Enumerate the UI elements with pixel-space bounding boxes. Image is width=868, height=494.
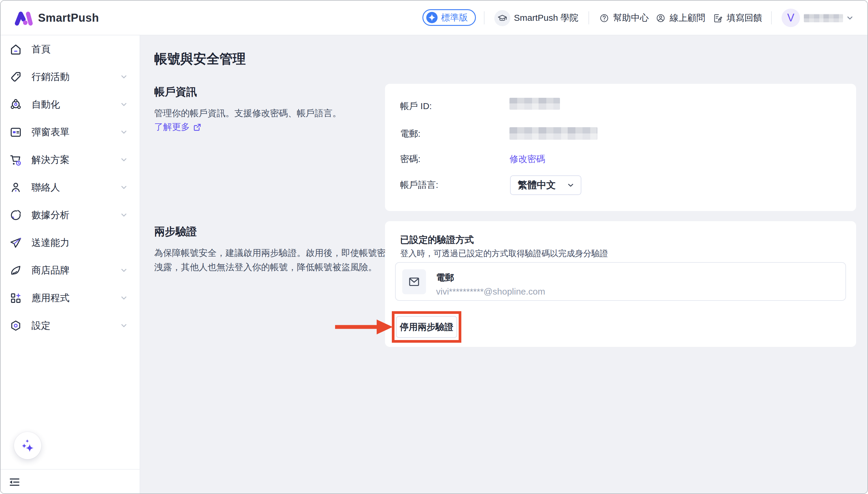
twofa-card-title: 已設定的驗證方式 — [400, 234, 474, 246]
sidebar-item-popup-forms[interactable]: 彈窗表單 — [1, 118, 140, 146]
brand-name: SmartPush — [38, 12, 99, 24]
sidebar-item-contacts[interactable]: 聯絡人 — [1, 174, 140, 201]
sidebar-footer — [1, 469, 140, 494]
plan-badge[interactable]: 標準版 — [422, 9, 476, 26]
header-nav-label: 線上顧問 — [670, 12, 705, 24]
method-name: 電郵 — [436, 272, 454, 284]
header-divider — [771, 11, 772, 24]
header-nav-feedback[interactable]: 填寫回饋 — [712, 1, 762, 35]
language-select-value: 繁體中文 — [518, 179, 556, 192]
header-nav-label: SmartPush 學院 — [514, 12, 578, 24]
sparkles-icon — [19, 437, 36, 454]
twofa-description-line2: 洩露，其他人也無法登入你的帳號，降低帳號被盜風險。 — [154, 262, 377, 272]
sidebar-item-label: 首頁 — [32, 43, 51, 56]
plan-badge-label: 標準版 — [441, 12, 468, 24]
sidebar-item-settings[interactable]: 設定 — [1, 312, 140, 339]
sidebar-item-label: 自動化 — [32, 98, 60, 111]
plan-star-icon — [426, 12, 438, 23]
email-label: 電郵: — [400, 128, 420, 140]
header-nav-label: 填寫回饋 — [727, 12, 762, 24]
ai-assistant-button[interactable] — [14, 432, 41, 459]
header-divider — [484, 11, 485, 24]
header-nav-academy[interactable]: SmartPush 學院 — [494, 1, 578, 35]
sidebar-item-analytics[interactable]: 數據分析 — [1, 201, 140, 229]
graduation-cap-icon — [494, 10, 510, 26]
sidebar: 首頁行銷活動自動化彈窗表單解決方案聯絡人數據分析送達能力商店品牌應用程式設定 — [1, 35, 140, 494]
method-masked-email: vivi**********@shopline.com — [436, 287, 545, 297]
tag-icon — [9, 70, 23, 84]
sidebar-item-apps[interactable]: 應用程式 — [1, 284, 140, 312]
email-redacted — [510, 127, 597, 140]
username-redacted — [804, 14, 843, 22]
app-window: SmartPush 標準版 SmartPush 學院幫助中心線上顧問填寫回饋 V… — [0, 0, 868, 494]
chevron-down-icon — [119, 155, 128, 164]
sidebar-item-label: 送達能力 — [32, 236, 70, 249]
sidebar-item-label: 設定 — [32, 319, 51, 332]
sidebar-item-home[interactable]: 首頁 — [1, 35, 140, 63]
question-icon — [599, 13, 610, 23]
learn-more-link[interactable]: 了解更多 — [154, 121, 202, 133]
account-id-redacted — [510, 98, 560, 110]
annotation-highlight-box — [392, 311, 461, 343]
sidebar-item-label: 行銷活動 — [32, 71, 70, 83]
sidebar-item-solutions[interactable]: 解決方案 — [1, 146, 140, 174]
brand-logo[interactable]: SmartPush — [14, 1, 99, 35]
smartpush-logo-icon — [14, 10, 34, 26]
sidebar-item-automation[interactable]: 自動化 — [1, 91, 140, 118]
sidebar-item-campaigns[interactable]: 行銷活動 — [1, 63, 140, 91]
twofa-section-title: 兩步驗證 — [154, 224, 197, 239]
settings-icon — [9, 319, 23, 332]
sidebar-item-store-brand[interactable]: 商店品牌 — [1, 256, 140, 284]
sidebar-item-label: 聯絡人 — [32, 181, 60, 194]
chevron-down-icon — [119, 73, 128, 81]
sidebar-item-label: 商店品牌 — [32, 264, 70, 277]
cart-clock-icon — [9, 153, 23, 167]
account-info-card: 帳戶 ID: 電郵: 密碼: 修改密碼 帳戶語言: 繁體中文 — [385, 84, 856, 211]
brush-icon — [9, 264, 23, 277]
collapse-sidebar-icon[interactable] — [8, 475, 21, 489]
sidebar-item-label: 彈窗表單 — [32, 126, 70, 139]
pie-chart-icon — [9, 208, 23, 222]
avatar[interactable]: V — [782, 8, 800, 27]
chevron-down-icon — [119, 321, 128, 330]
advisor-icon — [655, 13, 666, 23]
sidebar-item-label: 應用程式 — [32, 291, 70, 305]
password-label: 密碼: — [400, 153, 420, 165]
account-id-label: 帳戶 ID: — [400, 100, 432, 112]
contact-icon — [9, 181, 23, 194]
sidebar-item-deliverability[interactable]: 送達能力 — [1, 229, 140, 256]
chevron-down-icon — [119, 100, 128, 109]
sidebar-item-label: 數據分析 — [32, 209, 70, 222]
feedback-icon — [712, 13, 723, 23]
learn-more-label: 了解更多 — [154, 121, 190, 133]
account-info-description: 管理你的帳戶資訊。支援修改密碼、帳戶語言。 — [154, 106, 341, 120]
change-password-link[interactable]: 修改密碼 — [510, 153, 545, 165]
apps-icon — [9, 291, 23, 305]
account-info-section-title: 帳戶資訊 — [154, 85, 197, 99]
email-method-icon-box — [402, 269, 426, 294]
verification-method-row: 電郵 vivi**********@shopline.com — [395, 262, 846, 301]
avatar-initial: V — [787, 12, 794, 24]
chevron-down-icon — [119, 266, 128, 275]
sidebar-nav: 首頁行銷活動自動化彈窗表單解決方案聯絡人數據分析送達能力商店品牌應用程式設定 — [1, 35, 140, 339]
chevron-down-icon — [119, 128, 128, 137]
chevron-down-icon — [119, 211, 128, 220]
language-select[interactable]: 繁體中文 — [510, 175, 581, 195]
annotation-arrow — [333, 318, 395, 336]
twofa-description-line1: 為保障帳號安全，建議啟用兩步驗證。啟用後，即使帳號密碼 — [154, 248, 395, 258]
home-icon — [9, 42, 23, 56]
header-divider — [589, 11, 589, 24]
top-header: SmartPush 標準版 SmartPush 學院幫助中心線上顧問填寫回饋 V — [1, 1, 867, 35]
sidebar-item-label: 解決方案 — [32, 153, 70, 167]
paper-plane-icon — [9, 236, 23, 250]
header-nav-help-center[interactable]: 幫助中心 — [599, 1, 649, 35]
chevron-down-icon — [119, 183, 128, 192]
language-label: 帳戶語言: — [400, 179, 438, 191]
header-nav-label: 幫助中心 — [613, 12, 649, 24]
main-content: 帳號與安全管理 帳戶資訊 管理你的帳戶資訊。支援修改密碼、帳戶語言。 了解更多 … — [140, 35, 868, 494]
header-nav-online-advisor[interactable]: 線上顧問 — [655, 1, 705, 35]
chevron-down-icon[interactable] — [845, 14, 854, 23]
twofa-card-subtitle: 登入時，可透過已設定的方式取得驗證碼以完成身分驗證 — [400, 248, 608, 259]
chevron-down-icon — [119, 294, 128, 303]
page-title: 帳號與安全管理 — [154, 50, 246, 68]
